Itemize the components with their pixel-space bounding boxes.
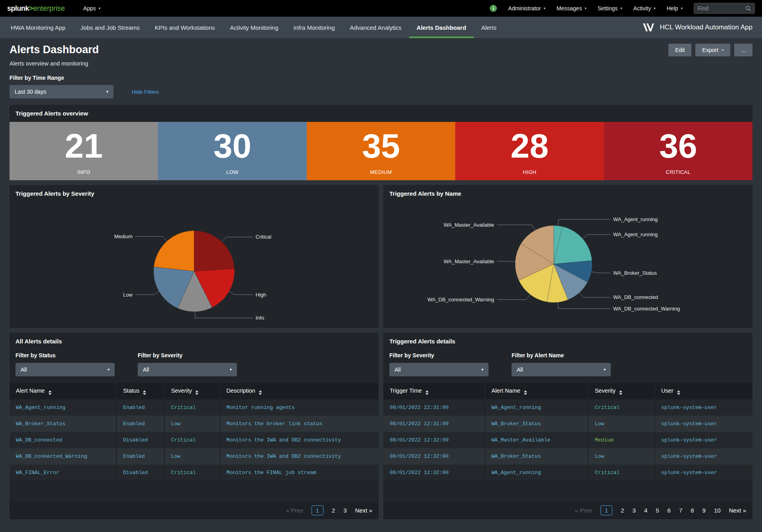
cell-user[interactable]: splunk-system-user bbox=[655, 465, 752, 481]
page-1[interactable]: 1 bbox=[600, 505, 612, 515]
column-header-alert-name[interactable]: Alert Name bbox=[10, 383, 117, 399]
pie-slice-critical[interactable] bbox=[194, 231, 235, 271]
pie-slice-medium[interactable] bbox=[154, 231, 194, 271]
cell-severity[interactable]: Critical bbox=[588, 399, 654, 416]
table-row[interactable]: 08/01/2022 12:32:00WA_Broker_StatusLowsp… bbox=[383, 448, 752, 465]
table-row[interactable]: 08/01/2022 12:31:00WA_Agent_runningCriti… bbox=[383, 399, 752, 416]
table-row[interactable]: WA_DB_connectedDisabledCriticalMonitors … bbox=[10, 432, 379, 448]
cell-status[interactable]: Enabled bbox=[117, 416, 165, 432]
cell-alert-name[interactable]: WA_Broker_Status bbox=[10, 416, 117, 432]
cell-alert-name[interactable]: WA_Agent_running bbox=[10, 399, 117, 416]
next-button[interactable]: Next » bbox=[355, 507, 372, 514]
page-3[interactable]: 3 bbox=[343, 507, 346, 514]
column-header-status[interactable]: Status bbox=[117, 383, 165, 399]
cell-trigger-time[interactable]: 08/01/2022 12:32:00 bbox=[383, 432, 485, 448]
table-row[interactable]: 08/01/2022 12:31:00WA_Broker_StatusLowsp… bbox=[383, 416, 752, 432]
edit-button[interactable]: Edit bbox=[668, 44, 691, 56]
filter-severity-dropdown[interactable]: All ▾ bbox=[138, 363, 237, 376]
cell-status[interactable]: Enabled bbox=[117, 399, 165, 416]
cell-alert-name[interactable]: WA_DB_connected_Warning bbox=[10, 448, 117, 465]
filter-status-dropdown[interactable]: All ▾ bbox=[15, 363, 115, 376]
cell-severity[interactable]: Low bbox=[588, 416, 654, 432]
tab-infra-monitoring[interactable]: Infra Monitoring bbox=[286, 17, 342, 38]
page-2[interactable]: 2 bbox=[332, 507, 335, 514]
cell-status[interactable]: Disabled bbox=[117, 432, 165, 448]
export-button[interactable]: Export▾ bbox=[695, 44, 730, 56]
cell-user[interactable]: splunk-system-user bbox=[655, 448, 752, 465]
cell-severity[interactable]: Low bbox=[588, 448, 654, 465]
cell-severity[interactable]: Medium bbox=[588, 432, 654, 448]
tab-advanced-analytics[interactable]: Advanced Analytics bbox=[343, 17, 409, 38]
cell-description[interactable]: Monitors the broker link status bbox=[220, 416, 379, 432]
prev-button[interactable]: « Prev bbox=[575, 507, 592, 514]
table-row[interactable]: WA_FINAL_ErrorDisabledCriticalMonitors t… bbox=[10, 465, 379, 481]
more-actions-button[interactable]: ... bbox=[734, 44, 752, 56]
cell-severity[interactable]: Critical bbox=[588, 465, 654, 481]
cell-severity[interactable]: Critical bbox=[165, 399, 220, 416]
cell-alert-name[interactable]: WA_Master_Available bbox=[485, 432, 588, 448]
menu-messages[interactable]: Messages▾ bbox=[556, 5, 586, 12]
table-row[interactable]: WA_Agent_runningEnabledCriticalMonitor r… bbox=[10, 399, 379, 416]
stat-high[interactable]: 28HIGH bbox=[455, 122, 604, 180]
tab-jobs-and-job-streams[interactable]: Jobs and Job Streams bbox=[73, 17, 147, 38]
menu-activity[interactable]: Activity▾ bbox=[633, 5, 656, 12]
cell-severity[interactable]: Critical bbox=[165, 465, 220, 481]
column-header-alert-name[interactable]: Alert Name bbox=[485, 383, 588, 399]
find-input[interactable] bbox=[698, 5, 743, 12]
tab-kpis-and-workstations[interactable]: KPIs and Workstations bbox=[147, 17, 222, 38]
stat-low[interactable]: 30LOW bbox=[158, 122, 306, 180]
stat-info[interactable]: 21INFO bbox=[10, 122, 158, 180]
tab-activity-monitoring[interactable]: Activity Monitoring bbox=[223, 17, 286, 38]
page-8[interactable]: 8 bbox=[691, 507, 694, 514]
filter-alert-name-dropdown[interactable]: All ▾ bbox=[512, 363, 611, 376]
column-header-user[interactable]: User bbox=[655, 383, 752, 399]
menu-administrator[interactable]: Administrator▾ bbox=[508, 5, 545, 12]
next-button[interactable]: Next » bbox=[729, 507, 746, 514]
page-2[interactable]: 2 bbox=[621, 507, 624, 514]
cell-user[interactable]: splunk-system-user bbox=[655, 432, 752, 448]
cell-severity[interactable]: Low bbox=[165, 416, 220, 432]
cell-status[interactable]: Disabled bbox=[117, 465, 165, 481]
stat-medium[interactable]: 35MEDIUM bbox=[307, 122, 455, 180]
cell-severity[interactable]: Critical bbox=[165, 432, 220, 448]
cell-severity[interactable]: Low bbox=[165, 448, 220, 465]
page-7[interactable]: 7 bbox=[679, 507, 682, 514]
menu-help[interactable]: Help▾ bbox=[667, 5, 683, 12]
cell-description[interactable]: Monitors the IWA and DB2 connectivity bbox=[220, 432, 379, 448]
find-box[interactable] bbox=[694, 3, 755, 14]
cell-trigger-time[interactable]: 08/01/2022 12:32:00 bbox=[383, 448, 485, 465]
cell-description[interactable]: Monitors the IWA and DB2 connectivity bbox=[220, 448, 379, 465]
stat-critical[interactable]: 36CRITICAL bbox=[604, 122, 752, 180]
time-range-dropdown[interactable]: Last 30 days ▾ bbox=[10, 85, 114, 98]
cell-user[interactable]: splunk-system-user bbox=[655, 416, 752, 432]
cell-alert-name[interactable]: WA_Broker_Status bbox=[485, 416, 588, 432]
table-row[interactable]: WA_Broker_StatusEnabledLowMonitors the b… bbox=[10, 416, 379, 432]
menu-settings[interactable]: Settings▾ bbox=[598, 5, 622, 12]
info-icon[interactable]: i bbox=[490, 5, 497, 12]
cell-alert-name[interactable]: WA_FINAL_Error bbox=[10, 465, 117, 481]
column-header-severity[interactable]: Severity bbox=[165, 383, 220, 399]
tab-alerts-dashboard[interactable]: Alerts Dashboard bbox=[409, 17, 474, 38]
page-1[interactable]: 1 bbox=[312, 505, 323, 515]
apps-menu[interactable]: Apps ▾ bbox=[83, 5, 100, 12]
cell-trigger-time[interactable]: 08/01/2022 12:31:00 bbox=[383, 416, 485, 432]
tab-alerts[interactable]: Alerts bbox=[474, 17, 504, 38]
column-header-description[interactable]: Description bbox=[220, 383, 379, 399]
column-header-severity[interactable]: Severity bbox=[588, 383, 654, 399]
cell-user[interactable]: splunk-system-user bbox=[655, 399, 752, 416]
cell-description[interactable]: Monitor running agents bbox=[220, 399, 379, 416]
filter-severity2-dropdown[interactable]: All ▾ bbox=[389, 363, 489, 376]
table-row[interactable]: 08/01/2022 12:32:00WA_Agent_runningCriti… bbox=[383, 465, 752, 481]
cell-trigger-time[interactable]: 08/01/2022 12:31:00 bbox=[383, 399, 485, 416]
hide-filters-link[interactable]: Hide Filters bbox=[132, 89, 159, 95]
page-6[interactable]: 6 bbox=[668, 507, 671, 514]
page-10[interactable]: 10 bbox=[714, 507, 721, 514]
tab-hwa-monitoring-app[interactable]: HWA Monitoring App bbox=[3, 17, 73, 38]
cell-alert-name[interactable]: WA_Agent_running bbox=[485, 399, 588, 416]
cell-alert-name[interactable]: WA_Agent_running bbox=[485, 465, 588, 481]
page-3[interactable]: 3 bbox=[633, 507, 636, 514]
cell-status[interactable]: Enabled bbox=[117, 448, 165, 465]
page-5[interactable]: 5 bbox=[656, 507, 659, 514]
column-header-trigger-time[interactable]: Trigger Time bbox=[383, 383, 485, 399]
table-row[interactable]: WA_DB_connected_WarningEnabledLowMonitor… bbox=[10, 448, 379, 465]
